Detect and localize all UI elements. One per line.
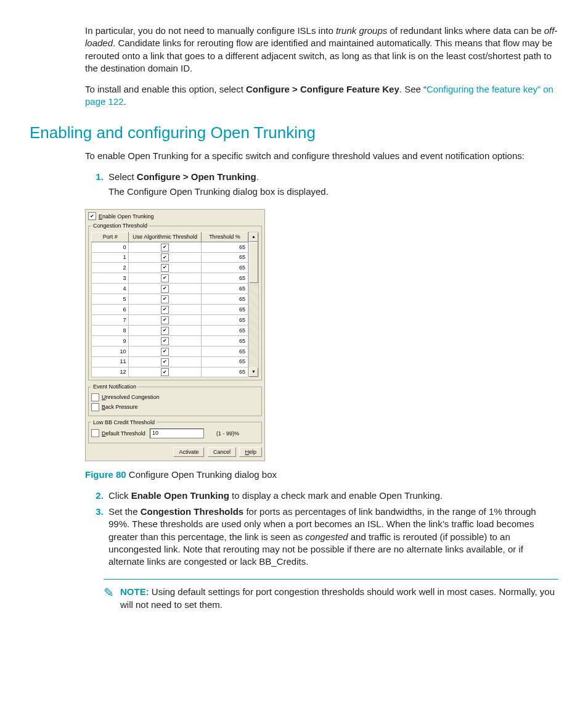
step-2: Click Enable Open Trunking to display a … [106, 490, 558, 502]
figure-caption: Figure 80 Configure Open Trunking dialog… [85, 469, 558, 481]
algo-cell[interactable] [129, 346, 201, 356]
algo-checkbox[interactable] [161, 337, 169, 345]
note-rule [104, 579, 558, 580]
col-pct[interactable]: Threshold % [201, 232, 248, 242]
table-row[interactable]: 165 [92, 252, 248, 263]
scroll-up-icon[interactable]: ▲ [249, 232, 258, 242]
table-row[interactable]: 565 [92, 294, 248, 305]
note-text: NOTE: Using default settings for port co… [120, 586, 558, 611]
algo-checkbox[interactable] [161, 274, 169, 282]
enable-open-trunking-checkbox[interactable] [88, 212, 96, 220]
threshold-cell[interactable]: 65 [201, 263, 248, 273]
table-row[interactable]: 1165 [92, 356, 248, 367]
port-cell[interactable]: 4 [92, 284, 129, 294]
default-threshold-label: Default Threshold [102, 430, 150, 437]
back-pressure-label: Back Pressure [102, 403, 138, 411]
algo-cell[interactable] [129, 294, 201, 305]
port-cell[interactable]: 7 [92, 314, 129, 325]
algo-cell[interactable] [129, 356, 201, 367]
algo-checkbox[interactable] [161, 306, 169, 314]
table-scrollbar[interactable]: ▲ ▼ [248, 232, 259, 377]
scroll-thumb[interactable] [249, 242, 258, 283]
threshold-cell[interactable]: 65 [201, 252, 248, 263]
help-button[interactable]: Help [239, 447, 262, 457]
text: . See “ [399, 84, 427, 94]
port-cell[interactable]: 10 [92, 346, 129, 356]
table-row[interactable]: 865 [92, 325, 248, 335]
port-cell[interactable]: 6 [92, 305, 129, 315]
algo-checkbox[interactable] [161, 358, 169, 366]
algo-cell[interactable] [129, 325, 201, 335]
threshold-cell[interactable]: 65 [201, 305, 248, 315]
algo-cell[interactable] [129, 335, 201, 346]
algo-cell[interactable] [129, 252, 201, 263]
col-algo[interactable]: Use Algorithmic Threshold [129, 232, 201, 242]
threshold-cell[interactable]: 65 [201, 284, 248, 294]
default-threshold-checkbox[interactable] [91, 429, 99, 437]
unresolved-congestion-checkbox[interactable] [91, 393, 99, 401]
port-cell[interactable]: 12 [92, 367, 129, 377]
step-3: Set the Congestion Thresholds for ports … [106, 506, 558, 568]
text: Set the [108, 506, 141, 517]
back-pressure-checkbox[interactable] [91, 403, 99, 411]
threshold-cell[interactable]: 65 [201, 294, 248, 305]
algo-cell[interactable] [129, 305, 201, 315]
activate-button[interactable]: Activate [173, 447, 204, 457]
table-row[interactable]: 1065 [92, 346, 248, 356]
table-row[interactable]: 1265 [92, 367, 248, 377]
default-threshold-input[interactable]: 10 [150, 429, 204, 438]
unresolved-congestion-row[interactable]: Unresolved Congestion [91, 393, 259, 401]
table-row[interactable]: 765 [92, 314, 248, 325]
table-row[interactable]: 465 [92, 284, 248, 294]
enable-open-trunking-row[interactable]: Enable Open Trunking [88, 212, 262, 220]
algo-checkbox[interactable] [161, 285, 169, 293]
figure-caption-text: Configure Open Trunking dialog box [126, 469, 277, 480]
scroll-down-icon[interactable]: ▼ [249, 367, 258, 377]
step-body: The Configure Open Trunking dialog box i… [108, 186, 558, 198]
threshold-cell[interactable]: 65 [201, 273, 248, 284]
algo-checkbox[interactable] [161, 316, 169, 324]
port-cell[interactable]: 11 [92, 356, 129, 367]
algo-checkbox[interactable] [161, 244, 169, 252]
threshold-cell[interactable]: 65 [201, 242, 248, 252]
algo-cell[interactable] [129, 263, 201, 273]
algo-checkbox[interactable] [161, 253, 169, 261]
ui-term: Enable Open Trunking [131, 490, 229, 501]
port-cell[interactable]: 2 [92, 263, 129, 273]
cancel-button[interactable]: Cancel [208, 447, 236, 457]
note-icon: ✎ [104, 585, 114, 601]
algo-checkbox[interactable] [161, 348, 169, 356]
algo-checkbox[interactable] [161, 264, 169, 272]
threshold-cell[interactable]: 65 [201, 346, 248, 356]
text: Select [108, 171, 137, 182]
algo-checkbox[interactable] [161, 327, 169, 335]
threshold-cell[interactable]: 65 [201, 356, 248, 367]
algo-cell[interactable] [129, 367, 201, 377]
lead-para: To enable Open Trunking for a specific s… [85, 150, 558, 162]
table-row[interactable]: 365 [92, 273, 248, 284]
threshold-cell[interactable]: 65 [201, 325, 248, 335]
port-cell[interactable]: 9 [92, 335, 129, 346]
port-cell[interactable]: 8 [92, 325, 129, 335]
algo-cell[interactable] [129, 314, 201, 325]
threshold-cell[interactable]: 65 [201, 335, 248, 346]
table-row[interactable]: 065 [92, 242, 248, 252]
table-row[interactable]: 965 [92, 335, 248, 346]
algo-cell[interactable] [129, 242, 201, 252]
algo-cell[interactable] [129, 273, 201, 284]
col-port[interactable]: Port # [92, 232, 129, 242]
figure-label: Figure 80 [85, 469, 126, 480]
port-cell[interactable]: 3 [92, 273, 129, 284]
table-row[interactable]: 265 [92, 263, 248, 273]
threshold-cell[interactable]: 65 [201, 367, 248, 377]
algo-cell[interactable] [129, 284, 201, 294]
port-cell[interactable]: 0 [92, 242, 129, 252]
port-cell[interactable]: 5 [92, 294, 129, 305]
table-row[interactable]: 665 [92, 305, 248, 315]
text: In particular, you do not need to manual… [85, 25, 336, 36]
algo-checkbox[interactable] [161, 368, 169, 376]
back-pressure-row[interactable]: Back Pressure [91, 403, 259, 411]
threshold-cell[interactable]: 65 [201, 314, 248, 325]
algo-checkbox[interactable] [161, 295, 169, 303]
port-cell[interactable]: 1 [92, 252, 129, 263]
